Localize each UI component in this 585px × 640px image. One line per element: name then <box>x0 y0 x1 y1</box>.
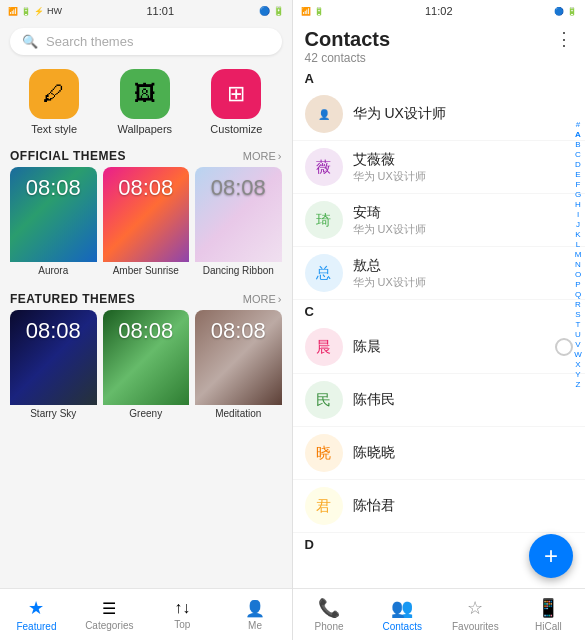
bluetooth-icon-left: 🔵 <box>259 6 270 16</box>
customize-button[interactable]: ⊞ Customize <box>210 69 262 135</box>
featured-themes-row: 08:08 Starry Sky 08:08 Greeny 08:08 Medi… <box>0 310 292 421</box>
starry-theme-card[interactable]: 08:08 Starry Sky <box>10 310 97 421</box>
nav-featured[interactable]: ★ Featured <box>0 597 73 632</box>
official-themes-title: OFFICIAL THEMES <box>10 149 126 163</box>
customize-icon: ⊞ <box>227 81 245 107</box>
meditation-time: 08:08 <box>195 318 282 344</box>
contact-name: 陈怡君 <box>353 497 574 515</box>
index-d[interactable]: D <box>575 160 581 169</box>
nav-categories[interactable]: ☰ Categories <box>73 599 146 631</box>
index-p[interactable]: P <box>575 280 580 289</box>
avatar: 民 <box>305 381 343 419</box>
bottom-nav-left: ★ Featured ☰ Categories ↑↓ Top 👤 Me <box>0 588 292 640</box>
meditation-theme-card[interactable]: 08:08 Meditation <box>195 310 282 421</box>
index-v[interactable]: V <box>575 340 580 349</box>
me-nav-label: Me <box>248 620 262 631</box>
right-panel: 📶 🔋 11:02 🔵 🔋 Contacts 42 contacts ⋮ A 👤… <box>293 0 586 640</box>
contacts-header: Contacts 42 contacts ⋮ <box>293 22 586 67</box>
amber-theme-card[interactable]: 08:08 Amber Sunrise <box>103 167 190 278</box>
index-hash[interactable]: # <box>576 120 580 129</box>
avatar: 晨 <box>305 328 343 366</box>
contact-item[interactable]: 民 陈伟民 <box>293 374 586 427</box>
greeny-preview: 08:08 <box>103 310 190 405</box>
index-f[interactable]: F <box>576 180 581 189</box>
nav-contacts[interactable]: 👥 Contacts <box>366 597 439 632</box>
index-h[interactable]: H <box>575 200 581 209</box>
wifi-icon: 🔋 <box>21 7 31 16</box>
contact-item[interactable]: 晓 陈晓晓 <box>293 427 586 480</box>
right-icons-right: 🔵 🔋 <box>554 7 577 16</box>
aurora-theme-card[interactable]: 08:08 Aurora <box>10 167 97 278</box>
index-t[interactable]: T <box>576 320 581 329</box>
nav-hicall[interactable]: 📱 HiCall <box>512 597 585 632</box>
index-k[interactable]: K <box>575 230 580 239</box>
battery-icon: ⚡ <box>34 7 44 16</box>
greeny-theme-card[interactable]: 08:08 Greeny <box>103 310 190 421</box>
contact-item[interactable]: 琦 安琦 华为 UX设计师 <box>293 194 586 247</box>
index-e[interactable]: E <box>575 170 580 179</box>
avatar-placeholder-icon: 👤 <box>318 109 330 120</box>
featured-nav-icon: ★ <box>28 597 44 619</box>
wallpapers-icon-bg: 🖼 <box>120 69 170 119</box>
index-q[interactable]: Q <box>575 290 581 299</box>
bottom-nav-right: 📞 Phone 👥 Contacts ☆ Favourites 📱 HiCall <box>293 588 586 640</box>
contact-info: 敖总 华为 UX设计师 <box>353 257 574 290</box>
hicall-nav-icon: 📱 <box>537 597 559 619</box>
nav-favourites[interactable]: ☆ Favourites <box>439 597 512 632</box>
left-panel: 📶 🔋 ⚡ HW 11:01 🔵 🔋 🔍 Search themes 🖊 Tex… <box>0 0 292 640</box>
index-s[interactable]: S <box>575 310 580 319</box>
avatar-char: 君 <box>316 497 331 516</box>
contact-item[interactable]: 晨 陈晨 <box>293 321 586 374</box>
battery-right-left: 🔋 <box>273 6 284 16</box>
greeny-time: 08:08 <box>103 318 190 344</box>
add-icon: + <box>544 542 558 570</box>
starry-preview: 08:08 <box>10 310 97 405</box>
contact-name: 陈伟民 <box>353 391 574 409</box>
signal-right: 📶 <box>301 7 311 16</box>
dancing-name: Dancing Ribbon <box>195 265 282 278</box>
index-g[interactable]: G <box>575 190 581 199</box>
dancing-theme-card[interactable]: 08:08 Dancing Ribbon <box>195 167 282 278</box>
index-i[interactable]: I <box>577 210 579 219</box>
nav-top[interactable]: ↑↓ Top <box>146 599 219 630</box>
avatar-char: 晓 <box>316 444 331 463</box>
index-m[interactable]: M <box>575 250 582 259</box>
aurora-time: 08:08 <box>10 175 97 201</box>
index-c[interactable]: C <box>575 150 581 159</box>
index-j[interactable]: J <box>576 220 580 229</box>
contact-item[interactable]: 总 敖总 华为 UX设计师 <box>293 247 586 300</box>
index-a[interactable]: A <box>575 130 581 139</box>
contact-name: 安琦 <box>353 204 574 222</box>
index-w[interactable]: W <box>574 350 582 359</box>
index-z[interactable]: Z <box>576 380 581 389</box>
contact-item[interactable]: 👤 华为 UX设计师 <box>293 88 586 141</box>
more-options-button[interactable]: ⋮ <box>555 28 573 50</box>
index-n[interactable]: N <box>575 260 581 269</box>
contacts-list[interactable]: A 👤 华为 UX设计师 薇 艾薇薇 华为 UX设计师 琦 <box>293 67 586 588</box>
featured-more-link[interactable]: MORE › <box>243 293 282 305</box>
contact-item[interactable]: 薇 艾薇薇 华为 UX设计师 <box>293 141 586 194</box>
contact-sub: 华为 UX设计师 <box>353 222 574 237</box>
index-r[interactable]: R <box>575 300 581 309</box>
wallpapers-icon: 🖼 <box>134 81 156 107</box>
contact-item[interactable]: 君 陈怡君 <box>293 480 586 533</box>
index-b[interactable]: B <box>575 140 580 149</box>
customize-label: Customize <box>210 123 262 135</box>
text-style-button[interactable]: 🖊 Text style <box>29 69 79 135</box>
official-more-link[interactable]: MORE › <box>243 150 282 162</box>
index-u[interactable]: U <box>575 330 581 339</box>
index-l[interactable]: L <box>576 240 580 249</box>
bluetooth-right: 🔵 <box>554 7 564 16</box>
nav-phone[interactable]: 📞 Phone <box>293 597 366 632</box>
index-x[interactable]: X <box>575 360 580 369</box>
search-bar[interactable]: 🔍 Search themes <box>10 28 282 55</box>
index-bar[interactable]: # A B C D E F G H I J K L M N O P Q R S … <box>571 120 585 389</box>
dancing-time: 08:08 <box>195 175 282 201</box>
avatar-char: 晨 <box>316 338 331 357</box>
add-contact-fab[interactable]: + <box>529 534 573 578</box>
index-y[interactable]: Y <box>575 370 580 379</box>
wallpapers-button[interactable]: 🖼 Wallpapers <box>117 69 172 135</box>
nav-me[interactable]: 👤 Me <box>219 599 292 631</box>
index-o[interactable]: O <box>575 270 581 279</box>
official-themes-row: 08:08 Aurora 08:08 Amber Sunrise 08:08 D… <box>0 167 292 278</box>
